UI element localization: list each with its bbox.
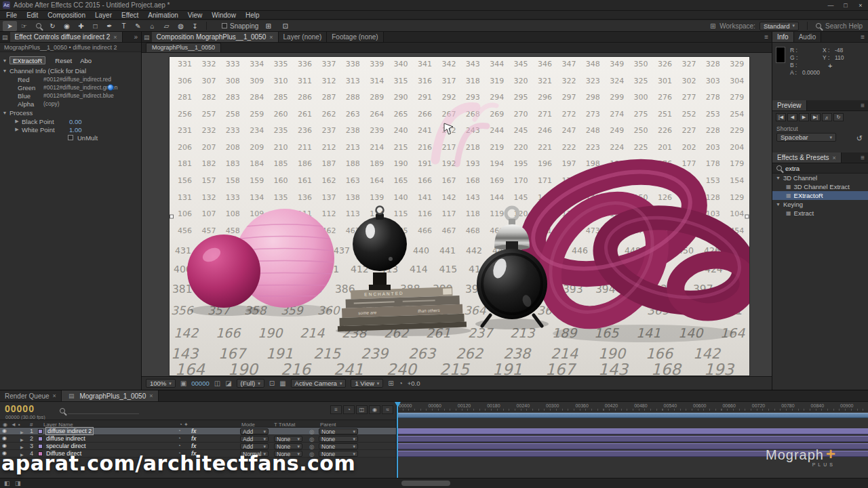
triangle-icon[interactable]: ▼ [0, 110, 9, 115]
effect-name[interactable]: EXtractoR [9, 56, 45, 64]
pen-tool[interactable]: ✒ [102, 21, 117, 31]
shortcut-dropdown[interactable]: Spacebar▾ [776, 133, 836, 142]
menu-window[interactable]: Window [207, 12, 241, 19]
white-point-value[interactable]: 1.00 [69, 126, 82, 134]
snap-guides-icon[interactable]: ⊡ [278, 21, 292, 31]
tab-effect-controls[interactable]: Effect Controls diffuse indirect 2× [10, 32, 123, 42]
work-area-bar[interactable] [397, 413, 868, 418]
layer-row-3[interactable]: ◉▶3specular direct◔fxAdd▾None▾◎None▾ [0, 443, 396, 450]
pan-behind-tool[interactable]: ✚ [74, 21, 88, 31]
effects-group-3d-channel[interactable]: ▼3D Channel [772, 174, 868, 182]
effect-item-3d-channel-extract[interactable]: ▦3D Channel Extract [772, 182, 868, 191]
puppet-pin-tool[interactable]: ↧ [188, 21, 202, 31]
triangle-icon[interactable]: ▶ [12, 127, 22, 132]
first-frame-button[interactable]: |◀ [776, 113, 786, 121]
layer-duration-bar[interactable] [397, 436, 868, 442]
channel-info-row[interactable]: ▼ Channel Info (Click for Dial [0, 66, 141, 75]
search-help-field[interactable]: Search Help [825, 22, 863, 30]
tab-composition[interactable]: Composition MographPlus__1_0050× [152, 32, 279, 42]
layer-row-2[interactable]: ◉▶2diffuse indirect◔fxAdd▾None▾◎None▾ [0, 435, 396, 443]
tab-layer[interactable]: Layer (none) [279, 32, 328, 42]
resolution-dropdown[interactable]: (Full)▾ [237, 379, 264, 388]
close-button[interactable]: × [853, 0, 868, 10]
layer-name[interactable]: diffuse indirect 2 [46, 428, 93, 434]
camera-view-dropdown[interactable]: Active Camera▾ [291, 379, 347, 388]
about-button[interactable]: Abo [80, 57, 92, 64]
tab-effects-presets[interactable]: Effects & Presets× [772, 152, 842, 163]
snapshot-icon[interactable]: ◫ [214, 380, 220, 387]
close-tab-icon[interactable]: × [113, 34, 117, 41]
last-frame-button[interactable]: ▶| [810, 113, 821, 121]
panel-menu-icon[interactable]: ≡ [857, 32, 868, 42]
selection-tool[interactable]: ➤ [3, 21, 17, 31]
layer-name[interactable]: specular direct [46, 443, 86, 449]
pickwhip-icon[interactable]: ◎ [309, 443, 314, 450]
tab-timeline-comp[interactable]: ▤ MographPlus_1_0050× [62, 390, 159, 401]
comp-mini-tab[interactable]: MographPlus__1_0050 [146, 43, 221, 52]
hand-tool[interactable]: ☞ [17, 21, 31, 31]
unmult-checkbox[interactable] [68, 135, 73, 140]
trkmat-dropdown[interactable]: None▾ [274, 436, 302, 442]
layer-switches-icon[interactable]: ◔ [178, 435, 181, 442]
close-tab-icon[interactable]: × [269, 34, 273, 41]
region-of-interest-icon[interactable]: ⊡ [269, 380, 275, 387]
close-tab-icon[interactable]: × [53, 392, 56, 399]
triangle-icon[interactable]: ▶ [12, 119, 22, 124]
timeline-track-area[interactable]: 0000000060001200018000240003000036000420… [397, 402, 868, 478]
snapping-checkbox[interactable] [222, 23, 227, 28]
comp-mini-flowchart-icon[interactable]: ≡ [330, 405, 342, 414]
safe-guides-icon[interactable]: ▣ [180, 380, 186, 387]
composition-render[interactable]: 3313323333343353363373383393403413423433… [170, 57, 749, 375]
triangle-icon[interactable]: ▼ [0, 58, 9, 63]
loop-button[interactable]: ↻ [833, 113, 844, 121]
collapse-pane-icon[interactable]: ◨ [15, 480, 21, 487]
black-point-value[interactable]: 0.00 [69, 118, 82, 125]
view-layout-dropdown[interactable]: 1 View▾ [351, 379, 383, 388]
parent-dropdown[interactable]: None▾ [319, 428, 358, 434]
current-time-indicator[interactable] [397, 402, 398, 478]
transparency-grid-icon[interactable]: ▦ [279, 380, 285, 387]
panel-overflow-chevron[interactable]: » [130, 32, 141, 42]
clone-stamp-tool[interactable]: ⌂ [145, 21, 159, 31]
restore-button[interactable]: □ [838, 0, 853, 10]
effect-item-extractor[interactable]: ▦EXtractoR [772, 191, 868, 200]
pixel-aspect-icon[interactable]: ⊞ [388, 380, 393, 387]
tab-info[interactable]: Info [772, 32, 794, 42]
zoom-level-dropdown[interactable]: 100%▾ [146, 379, 176, 388]
panel-menu-icon[interactable]: ≡ [857, 100, 868, 110]
visibility-eye-icon[interactable]: ◉ [2, 428, 7, 434]
motion-blur-icon[interactable]: ◉ [369, 405, 380, 414]
shy-layers-icon[interactable]: ◔ [343, 405, 355, 414]
layer-row-1[interactable]: ◉▶1diffuse indirect 2◔fxAdd▾◎None▾ [0, 428, 396, 435]
layer-switches-icon[interactable]: ◔ [178, 443, 181, 449]
snap-grid-icon[interactable]: ⊞ [261, 21, 275, 31]
layer-duration-bar[interactable] [397, 428, 868, 434]
menu-effect[interactable]: Effect [117, 12, 143, 19]
trkmat-dropdown[interactable]: None▾ [274, 443, 302, 449]
layer-color-chip[interactable] [38, 429, 43, 434]
layer-name[interactable]: diffuse indirect [46, 435, 85, 442]
graph-editor-icon[interactable]: ≈ [382, 405, 393, 414]
tab-footage[interactable]: Footage (none) [327, 32, 383, 42]
mode-dropdown[interactable]: Add▾ [240, 436, 269, 442]
previous-frame-button[interactable]: ◀ [787, 113, 797, 121]
pickwhip-icon[interactable]: ◎ [309, 428, 314, 435]
exposure-value[interactable]: +0.0 [408, 380, 420, 387]
menu-file[interactable]: File [1, 12, 22, 19]
exposure-reset-icon[interactable]: ◔ [399, 380, 403, 387]
brush-tool[interactable]: ✎ [131, 21, 145, 31]
horizontal-scrollbar[interactable] [401, 481, 450, 486]
triangle-icon[interactable]: ▼ [0, 68, 9, 73]
effects-group-keying[interactable]: ▼Keying [772, 200, 868, 209]
layer-color-chip[interactable] [38, 436, 43, 441]
pickwhip-icon[interactable]: ◎ [309, 436, 314, 443]
zoom-tool[interactable] [31, 21, 45, 31]
roto-brush-tool[interactable]: ◍ [174, 21, 188, 31]
shape-tool[interactable]: □ [88, 21, 102, 31]
menu-layer[interactable]: Layer [90, 12, 117, 19]
tab-render-queue[interactable]: Render Queue× [0, 390, 62, 401]
type-tool[interactable]: T [117, 21, 131, 31]
visibility-eye-icon[interactable]: ◉ [2, 443, 7, 449]
timeline-search-field[interactable] [60, 407, 139, 414]
frame-blend-icon[interactable]: ◫ [356, 405, 368, 414]
